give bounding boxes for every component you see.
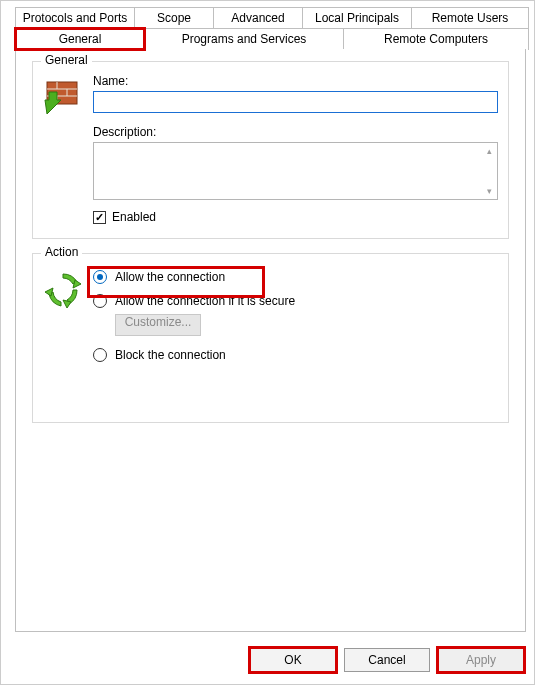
tab-page-general: General Name: Descript [15,49,526,632]
tab-row-front: General Programs and Services Remote Com… [15,28,528,50]
enabled-row: Enabled [93,210,498,224]
ok-button[interactable]: OK [250,648,336,672]
tab-remote-users[interactable]: Remote Users [411,7,529,28]
cancel-button[interactable]: Cancel [344,648,430,672]
tab-row-back: Protocols and Ports Scope Advanced Local… [15,7,528,28]
svg-marker-8 [63,300,71,308]
tab-general[interactable]: General [15,28,145,50]
description-wrap: ▴ ▾ [93,142,498,200]
group-general: General Name: Descript [32,61,509,239]
enabled-label: Enabled [112,210,156,224]
group-general-legend: General [41,53,92,67]
svg-marker-7 [73,280,81,288]
radio-allow-label: Allow the connection [115,270,225,284]
description-label: Description: [93,125,498,139]
name-label: Name: [93,74,498,88]
tab-scope[interactable]: Scope [134,7,214,28]
radio-block-label: Block the connection [115,348,226,362]
tab-strip: Protocols and Ports Scope Advanced Local… [15,7,528,53]
tab-programs-services[interactable]: Programs and Services [144,28,344,50]
firewall-rule-properties-dialog: Protocols and Ports Scope Advanced Local… [0,0,535,685]
radio-allow-secure[interactable] [93,294,107,308]
radio-block[interactable] [93,348,107,362]
tab-local-principals[interactable]: Local Principals [302,7,412,28]
apply-button[interactable]: Apply [438,648,524,672]
group-action-legend: Action [41,245,82,259]
dialog-button-row: OK Cancel Apply [250,648,524,672]
svg-marker-9 [45,288,53,296]
radio-allow-row[interactable]: Allow the connection [87,266,498,288]
radio-allow-secure-row[interactable]: Allow the connection if it is secure [93,294,498,308]
scroll-up-icon[interactable]: ▴ [483,145,495,157]
radio-block-row[interactable]: Block the connection [93,348,498,362]
recycle-icon [43,266,83,372]
description-input[interactable] [94,143,481,199]
firewall-icon [43,74,83,224]
scroll-down-icon[interactable]: ▾ [483,185,495,197]
tab-remote-computers[interactable]: Remote Computers [343,28,529,50]
group-action: Action Allow the connection [32,253,509,423]
name-input[interactable] [93,91,498,113]
customize-button: Customize... [115,314,201,336]
radio-allow[interactable] [93,270,107,284]
enabled-checkbox[interactable] [93,211,106,224]
tab-advanced[interactable]: Advanced [213,7,303,28]
tab-protocols-ports[interactable]: Protocols and Ports [15,7,135,28]
radio-allow-secure-label: Allow the connection if it is secure [115,294,295,308]
